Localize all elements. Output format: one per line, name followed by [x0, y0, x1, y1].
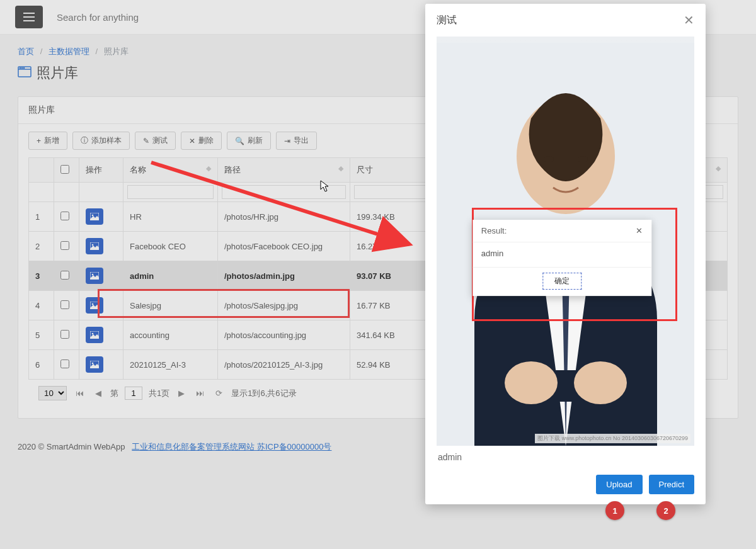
test-modal: 测试 ✕ 图片下载 www.photophoto.cn No 201403060…: [425, 4, 706, 504]
image-icon: [90, 302, 99, 309]
sample-button[interactable]: ⓘ添加样本: [72, 132, 130, 150]
col-op[interactable]: 操作: [79, 158, 123, 183]
breadcrumb-home[interactable]: 首页: [18, 47, 34, 56]
svg-point-26: [574, 361, 627, 404]
filter-name[interactable]: [127, 185, 214, 199]
photo-name: admin: [437, 446, 694, 465]
row-path: /photos/accounting.jpg: [218, 320, 350, 350]
svg-rect-1: [23, 16, 35, 18]
row-path: /photos/Salesjpg.jpg: [218, 291, 350, 320]
delete-button[interactable]: ✕删除: [181, 132, 222, 150]
row-checkbox[interactable]: [60, 212, 69, 220]
svg-point-24: [578, 156, 588, 162]
plus-icon: +: [37, 137, 41, 145]
row-action-button[interactable]: [86, 356, 103, 373]
svg-point-13: [92, 274, 94, 276]
pager-info: 显示1到6,共6记录: [231, 388, 296, 399]
svg-point-6: [21, 67, 22, 68]
export-icon: ⇥: [284, 137, 290, 145]
row-index: 6: [29, 350, 54, 380]
row-name: HR: [123, 202, 218, 232]
svg-point-25: [505, 361, 558, 404]
row-index: 1: [29, 202, 54, 232]
breadcrumb-l2: 照片库: [104, 47, 129, 56]
row-name: Salesjpg: [123, 291, 218, 320]
page-input[interactable]: [125, 387, 142, 400]
col-path[interactable]: 路径◆: [218, 158, 350, 183]
svg-point-11: [92, 244, 94, 246]
row-action-button[interactable]: [86, 327, 103, 343]
row-path: /photos/Facebook CEO.jpg: [218, 232, 350, 261]
test-button[interactable]: ✎测试: [135, 132, 176, 150]
footer-copy: 2020 © SmartAdmin WebApp: [18, 442, 125, 451]
svg-point-7: [23, 67, 24, 68]
window-icon: [18, 65, 32, 81]
first-page[interactable]: ⏮: [73, 388, 86, 398]
row-index: 4: [29, 291, 54, 320]
footer-link[interactable]: 工业和信息化部备案管理系统网站 苏ICP备00000000号: [132, 442, 331, 451]
reload-icon[interactable]: ⟳: [213, 388, 225, 398]
checkbox-all[interactable]: [60, 165, 69, 174]
edit-icon: ✎: [143, 137, 149, 145]
svg-point-17: [92, 333, 94, 335]
row-checkbox[interactable]: [60, 271, 69, 280]
pager-label: 第: [110, 388, 118, 399]
refresh-button[interactable]: 🔍刷新: [227, 132, 271, 150]
predict-button[interactable]: Predict: [649, 475, 694, 494]
next-page[interactable]: ▶: [176, 388, 187, 398]
row-index: 3: [29, 261, 54, 291]
svg-point-5: [20, 67, 20, 68]
last-page[interactable]: ⏭: [193, 388, 207, 398]
row-path: /photos/20210125_AI-3.jpg: [218, 350, 350, 380]
breadcrumb-l1[interactable]: 主数据管理: [49, 47, 89, 56]
prev-page[interactable]: ◀: [93, 388, 104, 398]
info-icon: ⓘ: [81, 135, 88, 146]
annotation-badge-2: 2: [656, 501, 675, 520]
row-name: accounting: [123, 320, 218, 350]
svg-rect-2: [23, 20, 35, 21]
row-action-button[interactable]: [86, 297, 103, 314]
hamburger-icon: [23, 13, 35, 21]
col-name[interactable]: 名称◆: [123, 158, 218, 183]
pagesize-select[interactable]: 10: [38, 386, 67, 400]
result-close-button[interactable]: ✕: [636, 226, 643, 235]
image-icon: [90, 213, 99, 220]
row-name: admin: [123, 261, 218, 291]
row-index: 5: [29, 320, 54, 350]
menu-toggle-button[interactable]: [15, 6, 43, 28]
annotation-badge-1: 1: [605, 501, 624, 520]
row-checkbox[interactable]: [60, 359, 69, 368]
row-action-button[interactable]: [86, 268, 103, 284]
image-icon: [90, 272, 99, 280]
row-path: /photos/HR.jpg: [218, 202, 350, 232]
row-path: /photos/admin.jpg: [218, 261, 350, 291]
upload-button[interactable]: Upload: [596, 475, 642, 494]
row-checkbox[interactable]: [60, 300, 69, 309]
modal-close-button[interactable]: ✕: [684, 13, 694, 28]
svg-point-15: [92, 303, 94, 305]
svg-rect-0: [23, 13, 35, 14]
result-value: admin: [472, 242, 651, 267]
export-button[interactable]: ⇥导出: [276, 132, 317, 150]
image-icon: [90, 242, 99, 250]
row-name: 20210125_AI-3: [123, 350, 218, 380]
result-title: Result:: [481, 226, 507, 235]
row-name: Facebook CEO: [123, 232, 218, 261]
modal-title: 测试: [437, 14, 457, 27]
row-checkbox[interactable]: [60, 330, 69, 339]
result-ok-button[interactable]: 确定: [542, 273, 581, 290]
image-icon: [90, 361, 99, 368]
row-action-button[interactable]: [86, 208, 103, 225]
row-action-button[interactable]: [86, 238, 103, 254]
svg-point-9: [92, 215, 94, 217]
page-title-text: 照片库: [37, 64, 78, 82]
filter-path[interactable]: [222, 185, 346, 199]
close-icon: ✕: [189, 137, 195, 145]
add-button[interactable]: +新增: [28, 132, 67, 150]
result-dialog: Result: ✕ admin 确定: [472, 220, 651, 296]
svg-point-19: [92, 363, 94, 365]
row-index: 2: [29, 232, 54, 261]
row-checkbox[interactable]: [60, 241, 69, 250]
total-pages: 共1页: [149, 388, 169, 399]
search-input[interactable]: [57, 12, 246, 23]
